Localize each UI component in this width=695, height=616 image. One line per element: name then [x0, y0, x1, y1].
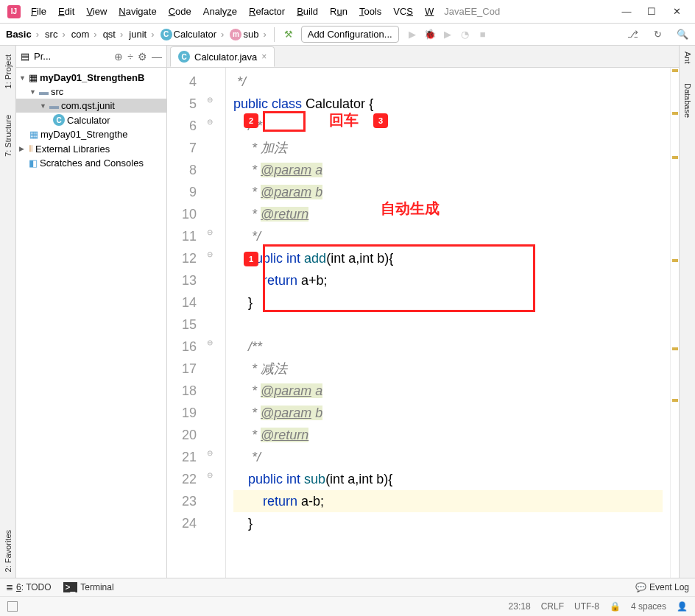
lock-icon[interactable]: 🔒 [610, 601, 621, 612]
navigation-bar: Basic src com qst junit CCalculator msub… [0, 24, 695, 46]
menu-navigate[interactable]: Navigate [113, 3, 162, 20]
project-node-icon: ▦ [29, 72, 38, 83]
fold-gutter: ⊖ ⊖ ⊖ ⊖ ⊖ ⊖ ⊖ [204, 68, 226, 578]
project-panel-header: ▤ Pr... ⊕ ÷ ⚙ — [16, 46, 166, 68]
tab-ant[interactable]: Ant [682, 46, 694, 70]
tree-row-package[interactable]: ▼▬com.qst.junit [16, 99, 166, 113]
class-icon: C [160, 29, 172, 40]
todo-icon: ≣ [6, 582, 13, 592]
library-icon: ⫴ [29, 143, 33, 155]
encoding[interactable]: UTF-8 [574, 601, 599, 612]
coverage-icon[interactable]: ▶ [440, 29, 455, 40]
menu-run[interactable]: Run [324, 3, 353, 20]
tree-row-calculator[interactable]: CCalculator [16, 113, 166, 127]
hide-icon[interactable]: — [152, 51, 162, 63]
git-icon[interactable]: ⎇ [625, 27, 640, 42]
menu-code[interactable]: Code [163, 3, 197, 20]
editor-tabs: C Calculator.java × [167, 46, 679, 68]
tab-project[interactable]: 1: Project [2, 49, 14, 94]
line-gutter: 456789101112131415161718192021222324 [167, 68, 204, 578]
crumb-qst[interactable]: qst [100, 27, 127, 41]
crumb-com[interactable]: com [68, 27, 100, 41]
annotation-badge-2: 2 [244, 113, 258, 128]
annotation-enter: 回车 [329, 110, 359, 130]
run-icon[interactable]: ▶ [405, 29, 420, 40]
crumb-calculator[interactable]: CCalculator [158, 27, 227, 42]
project-panel: ▤ Pr... ⊕ ÷ ⚙ — ▼▦myDay01_StrengthenB ▼▬… [16, 46, 167, 578]
tree-row-libraries[interactable]: ▶⫴External Libraries [16, 141, 166, 156]
method-icon: m [230, 29, 241, 40]
menu-view[interactable]: View [80, 3, 113, 20]
title-bar: IJ File Edit View Navigate Code Analyze … [0, 0, 695, 24]
right-tool-strip: Ant Database [679, 46, 695, 578]
tree-row-scratches[interactable]: ◧Scratches and Consoles [16, 156, 166, 170]
menu-window[interactable]: W [419, 3, 440, 20]
status-box-icon[interactable] [7, 601, 18, 612]
tree-row-src[interactable]: ▼▬src [16, 85, 166, 99]
menu-refactor[interactable]: Refactor [243, 3, 291, 20]
menu-vcs[interactable]: VCS [387, 3, 419, 20]
status-bar: 23:18 CRLF UTF-8 🔒 4 spaces 👤 [0, 596, 695, 616]
class-icon: C [178, 51, 190, 63]
crumb-junit[interactable]: junit [126, 27, 157, 41]
tab-terminal[interactable]: >_Terminal [63, 582, 114, 592]
tab-favorites[interactable]: 2: Favorites [2, 524, 14, 578]
event-log[interactable]: 💬Event Log [635, 582, 689, 592]
expand-icon[interactable]: ÷ [127, 51, 133, 63]
settings-icon[interactable]: ⚙ [138, 51, 147, 63]
cursor-position[interactable]: 23:18 [509, 601, 531, 612]
tree-row-iml[interactable]: ▦myDay01_Strengthe [16, 127, 166, 141]
close-button[interactable]: ✕ [671, 7, 682, 17]
inspect-icon[interactable]: 👤 [677, 601, 688, 612]
debug-icon[interactable]: 🐞 [423, 29, 437, 40]
menu-tools[interactable]: Tools [353, 3, 387, 20]
project-icon: ▤ [21, 51, 29, 62]
code-editor[interactable]: 456789101112131415161718192021222324 ⊖ ⊖… [167, 68, 679, 578]
annotation-badge-1: 1 [244, 252, 258, 266]
bottom-tool-bar: ≣6: TODO >_Terminal 💬Event Log [0, 578, 695, 596]
search-icon[interactable]: 🔍 [675, 27, 690, 42]
window-title: JavaEE_Cod [444, 6, 500, 17]
indent[interactable]: 4 spaces [631, 601, 666, 612]
annotation-badge-3: 3 [373, 113, 388, 128]
update-icon[interactable]: ↻ [650, 27, 665, 42]
close-tab-icon[interactable]: × [261, 52, 267, 62]
stop-icon[interactable]: ■ [476, 29, 490, 40]
crumb-src[interactable]: src [42, 27, 68, 41]
line-separator[interactable]: CRLF [541, 601, 564, 612]
tree-row-project[interactable]: ▼▦myDay01_StrengthenB [16, 71, 166, 85]
error-stripe [670, 68, 679, 578]
tab-calculator-java[interactable]: C Calculator.java × [170, 46, 275, 67]
menu-file[interactable]: File [25, 3, 52, 20]
package-icon: ▬ [49, 100, 59, 111]
tab-todo[interactable]: ≣6: TODO [6, 582, 52, 592]
tab-structure[interactable]: 7: Structure [2, 109, 14, 163]
iml-icon: ▦ [29, 129, 38, 140]
crumb-sub[interactable]: msub [227, 27, 269, 42]
menu-build[interactable]: Build [291, 3, 324, 20]
build-icon[interactable]: ⚒ [281, 27, 296, 42]
code-content[interactable]: */ public class Calculator { /** * 加法 * … [226, 68, 670, 578]
project-tree: ▼▦myDay01_StrengthenB ▼▬src ▼▬com.qst.ju… [16, 68, 166, 173]
select-target-icon[interactable]: ⊕ [114, 51, 123, 63]
left-tool-strip: 1: Project 7: Structure 2: Favorites [0, 46, 16, 578]
scratch-icon: ◧ [29, 157, 38, 169]
annotation-auto: 自动生成 [381, 199, 440, 219]
terminal-icon: >_ [63, 582, 78, 592]
crumb-basic[interactable]: Basic [3, 27, 42, 41]
menu-analyze[interactable]: Analyze [197, 3, 243, 20]
profile-icon[interactable]: ◔ [458, 29, 473, 40]
tab-label: Calculator.java [194, 52, 257, 63]
minimize-button[interactable]: — [621, 7, 632, 17]
tab-database[interactable]: Database [682, 77, 694, 124]
run-config-button[interactable]: Add Configuration... [301, 26, 399, 43]
folder-icon: ▬ [39, 86, 49, 97]
app-icon: IJ [7, 5, 21, 18]
event-log-icon: 💬 [635, 582, 646, 592]
panel-title: Pr... [34, 51, 110, 62]
class-icon: C [53, 114, 65, 126]
editor-area: C Calculator.java × 45678910111213141516… [167, 46, 679, 578]
maximize-button[interactable]: ☐ [646, 7, 657, 17]
menu-edit[interactable]: Edit [52, 3, 80, 20]
